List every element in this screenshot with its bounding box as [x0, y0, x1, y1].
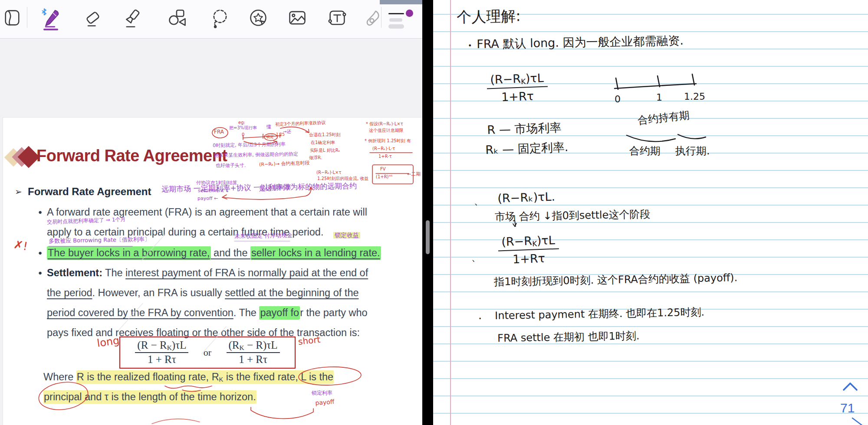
sticker-icon [248, 7, 269, 28]
stroke-size-2[interactable] [389, 18, 402, 22]
laser-pointer-icon [362, 7, 383, 28]
underlined-text: interest payment of FRA is normally paid… [125, 267, 368, 278]
highlighter-tool-button[interactable] [123, 5, 144, 31]
heading-arrow: ➢ [15, 186, 22, 197]
text-segment: . The [233, 307, 260, 318]
document-navigator-button[interactable] [2, 5, 23, 31]
payoff-formula-short: (RK − R)τL 1 + Rτ [227, 339, 280, 366]
settlement-label: Settlement: [47, 267, 102, 278]
text-segment: The [102, 267, 125, 278]
highlighter-icon [123, 7, 144, 28]
image-tool-button[interactable] [287, 5, 308, 31]
lasso-tool-button[interactable] [210, 5, 230, 31]
document-navigator-icon [2, 7, 23, 28]
pen-tool-button[interactable] [40, 5, 61, 31]
highlighted-text: payoff fo [259, 306, 300, 320]
stroke-size-3[interactable] [388, 24, 404, 29]
or-label: or [204, 347, 211, 358]
split-view-divider [422, 0, 433, 425]
shapes-tool-button[interactable] [167, 5, 187, 31]
notebook-margin-line [450, 0, 451, 425]
highlighted-text: principal and τ is the length of the tim… [43, 390, 256, 404]
text-segment: r the party who [300, 307, 367, 318]
payoff-formula-long: (R − RK)τL 1 + Rτ [135, 339, 188, 366]
chevron-up-icon [841, 381, 860, 393]
highlighted-text: seller locks in a lending rate. [250, 246, 381, 260]
underlined-text: period covered by the FRA by convention [47, 307, 233, 318]
toolbar-separator [27, 7, 27, 28]
eraser-icon [82, 7, 103, 28]
handwritten-fraction: (R−RK)τL 1+Rτ [498, 233, 559, 267]
text-segment: and the [211, 247, 250, 258]
bullet-1-line-1: A forward rate agreement (FRA) is an agr… [47, 206, 367, 218]
bullet-3-line-3: period covered by the FRA by convention.… [47, 307, 368, 319]
toolbar-separator [381, 7, 381, 28]
slide-title: Forward Rate Agreement [36, 147, 227, 165]
split-view-resize-handle[interactable] [426, 220, 430, 254]
eraser-tool-button[interactable] [82, 5, 103, 31]
stroke-width-selector[interactable] [388, 9, 418, 31]
text-segment: Where [43, 371, 76, 382]
text-tool-button[interactable] [327, 5, 348, 31]
bullet-dot: ● [38, 269, 42, 276]
underlined-text: the period [47, 287, 92, 298]
notebook-pane[interactable] [433, 0, 868, 425]
bullet-2-line: The buyer locks in a borrowing rate, and… [47, 247, 381, 259]
split-screen-workspace: Forward Rate Agreement ➢ Forward Rate Ag… [0, 0, 868, 425]
page-number: 71 [840, 401, 855, 415]
stroke-size-1[interactable] [388, 13, 404, 14]
sticker-tool-button[interactable] [248, 5, 269, 31]
selected-tool-indicator [43, 29, 58, 30]
bullet-3-line-1: Settlement: The interest payment of FRA … [47, 267, 368, 279]
bullet-dot: ● [38, 208, 42, 216]
handwritten-fraction: (R−RK)τL 1+Rτ [487, 71, 548, 105]
collapse-toolbar-button[interactable] [841, 381, 860, 393]
highlighted-text: The buyer locks in a borrowing rate, [47, 246, 211, 260]
pen-icon [40, 7, 61, 28]
shapes-icon [167, 7, 187, 28]
slide-heading: Forward Rate Agreement [28, 186, 151, 198]
lasso-icon [210, 7, 230, 28]
where-line-2: principal and τ is the length of the tim… [43, 391, 256, 403]
formula-box: (R − RK)τL 1 + Rτ or (RK − R)τL 1 + Rτ [119, 337, 296, 369]
text-segment: . However, an FRA is usually [92, 287, 225, 298]
where-line-1: Where R is the realized floating rate, R… [43, 371, 334, 383]
bullet-dot: ● [38, 249, 42, 256]
underlined-text: settled at the beginning of the [225, 287, 358, 298]
highlighted-text: R is the realized floating rate, RK is t… [76, 370, 334, 384]
image-icon [287, 7, 308, 28]
pen-color-dot[interactable] [406, 10, 413, 17]
bullet-1-line-2: apply to a certain principal during a ce… [47, 226, 323, 238]
annotation-toolbar [0, 0, 422, 39]
pointer-tool-button[interactable] [362, 5, 383, 31]
document-pane: Forward Rate Agreement ➢ Forward Rate Ag… [0, 0, 422, 425]
text-tool-icon [327, 7, 348, 28]
bullet-3-line-2: the period. However, an FRA is usually s… [47, 287, 359, 299]
